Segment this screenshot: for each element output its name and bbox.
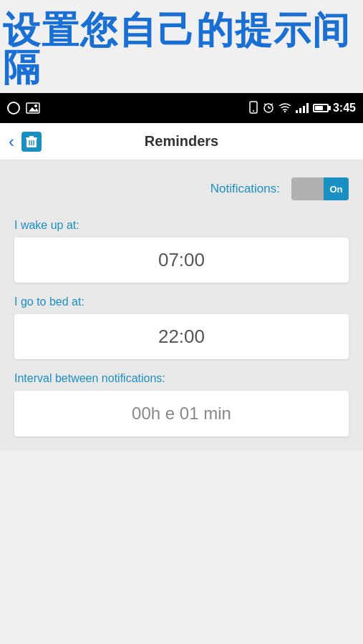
toggle-on-label: On: [324, 177, 349, 200]
trash-icon[interactable]: [21, 132, 42, 152]
status-bar: 3:45: [0, 93, 363, 123]
svg-marker-1: [29, 107, 39, 112]
wifi-icon: [279, 102, 291, 114]
back-button[interactable]: ‹: [9, 132, 14, 152]
bed-time: 22:00: [158, 326, 205, 347]
navbar-title: Reminders: [145, 133, 218, 150]
interval-box[interactable]: 00h e 01 min: [14, 391, 349, 436]
svg-rect-11: [26, 137, 37, 139]
svg-point-8: [284, 110, 286, 112]
chinese-header: 设置您自己的提示间隔: [0, 0, 363, 93]
phone-icon: [248, 101, 258, 116]
notifications-row: Notifications: On: [14, 175, 349, 203]
circle-icon: [7, 102, 20, 114]
bed-time-label: I go to bed at:: [14, 296, 349, 308]
alarm-icon: [263, 102, 274, 115]
wake-up-label: I wake up at:: [14, 219, 349, 232]
notifications-label: Notifications:: [14, 182, 291, 196]
signal-icon: [296, 103, 309, 113]
chinese-title: 设置您自己的提示间隔: [3, 11, 357, 86]
wake-up-time: 07:00: [158, 249, 205, 270]
status-time: 3:45: [333, 102, 356, 114]
image-icon: [26, 102, 40, 114]
toggle-off-area: [291, 177, 324, 200]
main-content: Notifications: On I wake up at: 07:00 I …: [0, 160, 363, 451]
battery-icon: [313, 104, 329, 112]
interval-label: Interval between notifications:: [14, 372, 349, 385]
app-navbar: ‹ Reminders: [0, 123, 363, 160]
wake-up-time-box[interactable]: 07:00: [14, 238, 349, 283]
svg-point-4: [253, 110, 254, 112]
status-bar-right: 3:45: [248, 101, 356, 116]
svg-point-2: [34, 104, 37, 107]
bed-time-box[interactable]: 22:00: [14, 314, 349, 359]
toggle-track: On: [291, 177, 349, 200]
notifications-toggle[interactable]: On: [291, 177, 349, 200]
status-bar-left: [7, 102, 40, 114]
interval-value: 00h e 01 min: [132, 404, 231, 423]
